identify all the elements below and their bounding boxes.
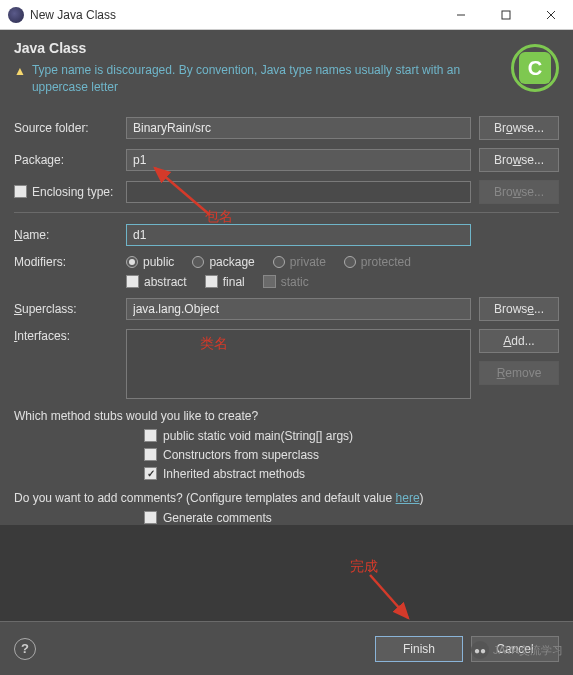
watermark: ●● JAVA交流学习: [471, 641, 563, 659]
separator: [14, 212, 559, 213]
stub-constructors-checkbox[interactable]: Constructors from superclass: [144, 448, 559, 462]
minimize-button[interactable]: [438, 0, 483, 30]
stub-main-checkbox[interactable]: public static void main(String[] args): [144, 429, 559, 443]
warning-icon: ▲: [14, 64, 26, 78]
name-input[interactable]: [126, 224, 471, 246]
modifiers-label: Modifiers:: [14, 255, 126, 269]
source-folder-label: Source folder:: [14, 121, 126, 135]
svg-line-7: [370, 575, 408, 618]
source-folder-input[interactable]: [126, 117, 471, 139]
titlebar: New Java Class: [0, 0, 573, 30]
enclosing-type-checkbox[interactable]: Enclosing type:: [14, 185, 126, 199]
modifier-protected-radio: protected: [344, 255, 411, 269]
superclass-input[interactable]: [126, 298, 471, 320]
finish-button[interactable]: Finish: [375, 636, 463, 662]
remove-interface-button: Remove: [479, 361, 559, 385]
add-interface-button[interactable]: Add...: [479, 329, 559, 353]
wechat-icon: ●●: [471, 641, 489, 659]
dialog-header: Java Class ▲ Type name is discouraged. B…: [0, 30, 573, 106]
help-button[interactable]: ?: [14, 638, 36, 660]
modifier-static-checkbox: static: [263, 275, 309, 289]
stub-inherited-checkbox[interactable]: Inherited abstract methods: [144, 467, 559, 481]
superclass-label: Superclass:: [14, 302, 126, 316]
window-title: New Java Class: [30, 8, 438, 22]
interfaces-list[interactable]: [126, 329, 471, 399]
svg-rect-1: [502, 11, 510, 19]
package-label: Package:: [14, 153, 126, 167]
eclipse-icon: [8, 7, 24, 23]
comments-question: Do you want to add comments? (Configure …: [14, 491, 559, 505]
browse-enclosing-button: Browse...: [479, 180, 559, 204]
modifier-final-checkbox[interactable]: final: [205, 275, 245, 289]
modifier-private-radio: private: [273, 255, 326, 269]
class-badge-icon: C: [511, 44, 559, 92]
modifier-public-radio[interactable]: public: [126, 255, 174, 269]
dialog-heading: Java Class: [14, 40, 499, 56]
dialog-body: Source folder: Browse... Package: Browse…: [0, 106, 573, 525]
maximize-button[interactable]: [483, 0, 528, 30]
configure-here-link[interactable]: here: [396, 491, 420, 505]
name-label: Name:: [14, 228, 126, 242]
browse-package-button[interactable]: Browse...: [479, 148, 559, 172]
generate-comments-checkbox[interactable]: Generate comments: [144, 511, 559, 525]
close-button[interactable]: [528, 0, 573, 30]
modifier-abstract-checkbox[interactable]: abstract: [126, 275, 187, 289]
package-input[interactable]: [126, 149, 471, 171]
stubs-question: Which method stubs would you like to cre…: [14, 409, 559, 423]
modifier-package-radio[interactable]: package: [192, 255, 254, 269]
enclosing-type-input: [126, 181, 471, 203]
browse-superclass-button[interactable]: Browse...: [479, 297, 559, 321]
browse-source-button[interactable]: Browse...: [479, 116, 559, 140]
warning-text: Type name is discouraged. By convention,…: [32, 62, 499, 96]
annotation-finish: 完成: [350, 558, 378, 576]
interfaces-label: Interfaces:: [14, 329, 126, 343]
